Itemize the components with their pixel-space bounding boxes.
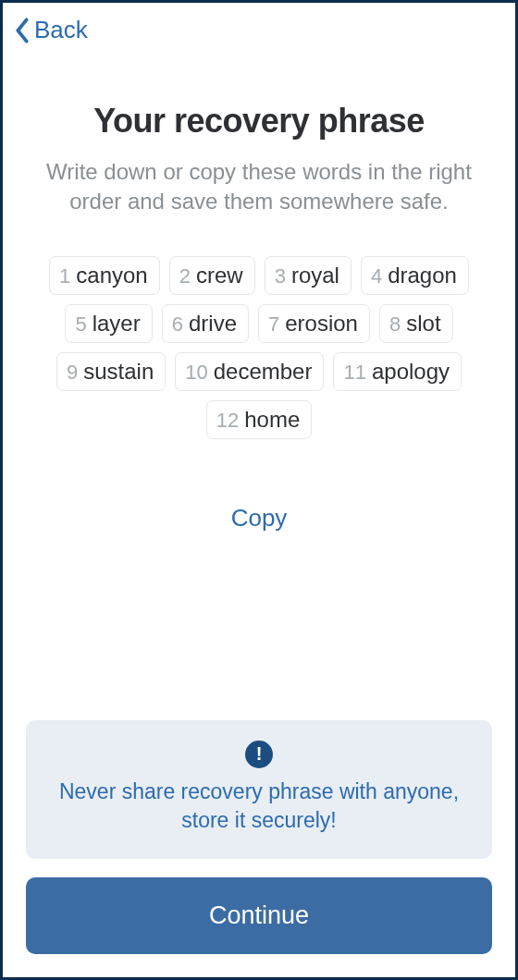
security-notice-text: Never share recovery phrase with anyone,… xyxy=(44,778,474,835)
recovery-word-text: apology xyxy=(372,359,450,385)
recovery-words-grid: 1canyon2crew3royal4dragon5layer6drive7er… xyxy=(31,256,487,439)
recovery-word-index: 7 xyxy=(268,312,279,337)
chevron-left-icon xyxy=(12,18,32,43)
back-label: Back xyxy=(34,16,88,44)
recovery-word-index: 4 xyxy=(371,264,382,288)
continue-button[interactable]: Continue xyxy=(26,877,492,954)
recovery-word-text: royal xyxy=(291,263,339,288)
recovery-word-index: 9 xyxy=(67,361,78,385)
recovery-word-index: 2 xyxy=(179,264,191,288)
recovery-word-index: 6 xyxy=(172,312,183,337)
nav-bar: Back xyxy=(3,3,515,54)
page-subtitle: Write down or copy these words in the ri… xyxy=(31,157,487,217)
recovery-word-text: dragon xyxy=(388,263,457,288)
recovery-word-text: home xyxy=(244,407,300,433)
recovery-word-chip: 5layer xyxy=(65,304,152,343)
recovery-word-chip: 12home xyxy=(206,400,313,439)
recovery-word-chip: 2crew xyxy=(169,256,255,295)
page-title: Your recovery phrase xyxy=(31,102,487,141)
recovery-word-chip: 6drive xyxy=(162,304,249,343)
recovery-word-chip: 9sustain xyxy=(56,352,166,391)
recovery-word-chip: 4dragon xyxy=(361,256,469,295)
recovery-word-index: 10 xyxy=(185,361,207,385)
recovery-word-text: erosion xyxy=(285,311,358,337)
recovery-word-index: 8 xyxy=(389,312,401,337)
recovery-word-text: slot xyxy=(406,311,440,337)
recovery-word-index: 11 xyxy=(343,361,365,385)
recovery-word-text: december xyxy=(214,359,313,385)
copy-button[interactable]: Copy xyxy=(31,504,487,533)
recovery-word-text: crew xyxy=(196,263,243,288)
recovery-word-index: 5 xyxy=(75,312,86,337)
recovery-word-chip: 10december xyxy=(175,352,324,391)
recovery-word-chip: 1canyon xyxy=(49,256,160,295)
recovery-word-chip: 8slot xyxy=(379,304,453,343)
recovery-word-index: 1 xyxy=(59,264,70,288)
back-button[interactable]: Back xyxy=(12,16,88,44)
recovery-word-text: layer xyxy=(92,311,141,337)
recovery-word-text: sustain xyxy=(83,359,154,385)
recovery-word-index: 3 xyxy=(275,264,286,288)
recovery-word-text: drive xyxy=(189,311,237,337)
recovery-word-text: canyon xyxy=(76,263,147,288)
recovery-word-chip: 3royal xyxy=(265,256,352,295)
recovery-word-chip: 11apology xyxy=(333,352,462,391)
recovery-word-index: 12 xyxy=(216,409,239,433)
main-content: Your recovery phrase Write down or copy … xyxy=(3,54,515,720)
security-notice: ! Never share recovery phrase with anyon… xyxy=(26,720,492,859)
alert-icon: ! xyxy=(245,741,273,768)
recovery-word-chip: 7erosion xyxy=(258,304,370,343)
